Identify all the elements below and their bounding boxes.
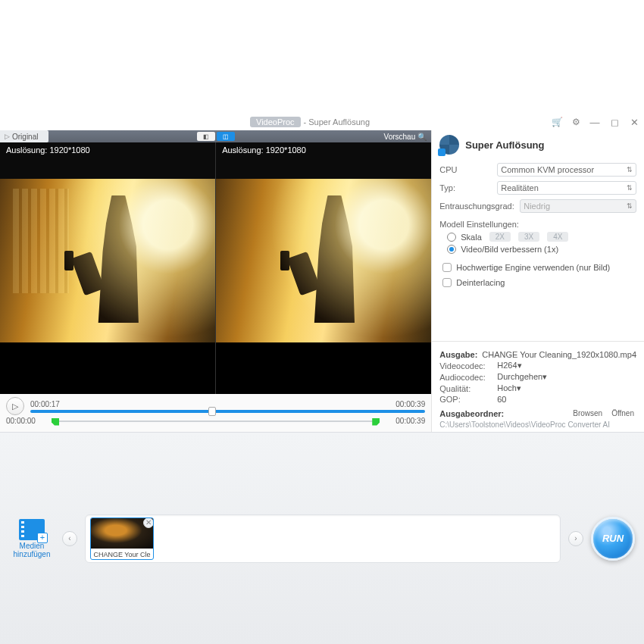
scale-2x-button[interactable]: 2X xyxy=(489,232,511,242)
app-subtitle: - Super Auflösung xyxy=(304,117,370,127)
duration-time: 00:00:39 xyxy=(395,400,425,408)
checkbox-hq-engine[interactable] xyxy=(442,263,452,272)
right-resolution-label: Auslösung: 1920*1080 xyxy=(222,145,306,155)
tab-original[interactable]: Original xyxy=(0,130,48,142)
layout-single-icon[interactable]: ◧ xyxy=(197,132,215,141)
cpu-combo[interactable]: Common KVM processor⇅ xyxy=(497,163,636,177)
top-whitespace xyxy=(0,0,644,114)
checkbox-deinterlacing-label: Deinterlacing xyxy=(456,278,505,287)
type-label: Typ: xyxy=(439,183,492,192)
title-bar: VideoProc - Super Auflösung 🛒 ⚙ — ◻ ✕ xyxy=(0,114,644,130)
progress-knob[interactable] xyxy=(208,407,216,416)
chevron-updown-icon: ⇅ xyxy=(627,166,633,174)
settings-panel: Super Auflösung CPU Common KVM processor… xyxy=(431,130,644,432)
output-folder-path: C:\Users\Toolstone\Videos\VideoProc Conv… xyxy=(439,420,636,429)
maximize-button[interactable]: ◻ xyxy=(609,117,620,128)
output-label: Ausgabe: xyxy=(439,350,477,359)
close-button[interactable]: ✕ xyxy=(629,117,639,128)
panel-title: Super Auflösung xyxy=(465,139,544,151)
trim-start-handle[interactable] xyxy=(52,418,59,426)
checkbox-hq-engine-label: Hochwertige Engine verwenden (nur Bild) xyxy=(456,263,610,272)
radio-enhance[interactable] xyxy=(447,245,456,254)
quality-label: Qualität: xyxy=(439,384,492,393)
audiocodec-label: Audiocodec: xyxy=(439,373,492,382)
radio-scale-label: Skala xyxy=(461,233,482,242)
range-end-time: 00:00:39 xyxy=(386,417,425,425)
gop-input[interactable]: 60 xyxy=(497,395,506,404)
radio-enhance-label: Video/Bild verbessern (1x) xyxy=(461,245,558,254)
playhead-time: 00:00:17 xyxy=(30,400,60,408)
scale-4x-button[interactable]: 4X xyxy=(547,232,568,242)
left-resolution-label: Auslösung: 1920*1080 xyxy=(6,145,90,155)
cpu-label: CPU xyxy=(439,165,492,174)
minimize-button[interactable]: — xyxy=(589,117,600,128)
audiocodec-combo[interactable]: Durchgehen▾ xyxy=(497,372,547,382)
preview-toolbar: Original ◧ ◫ Vorschau🔍 xyxy=(0,130,431,142)
gop-label: GOP: xyxy=(439,395,492,404)
radio-scale[interactable] xyxy=(447,233,456,242)
output-folder-label: Ausgabeordner: xyxy=(439,409,504,418)
chevron-updown-icon: ⇅ xyxy=(627,202,633,210)
thumb-remove-icon[interactable]: ✕ xyxy=(143,517,154,528)
transport-bar: ▷ 00:00:17 00:00:39 00:00:00 xyxy=(0,394,431,432)
footer-bar: Medien hinzufügen ‹ ✕ CHANGE Your Cle › … xyxy=(0,432,644,644)
videocodec-combo[interactable]: H264▾ xyxy=(497,361,521,370)
output-filename: CHANGE Your Cleaning_1920x1080.mp4 xyxy=(482,350,636,359)
add-media-button[interactable]: Medien hinzufügen xyxy=(9,519,55,558)
video-compare: Auslösung: 1920*1080 Auslösung: 1920*108… xyxy=(0,142,431,394)
scale-3x-button[interactable]: 3X xyxy=(518,232,539,242)
preview-pane-right: Auslösung: 1920*1080 xyxy=(216,142,431,394)
media-carousel: ✕ CHANGE Your Cle xyxy=(85,514,561,563)
trim-end-handle[interactable] xyxy=(372,418,380,426)
media-thumb[interactable]: ✕ CHANGE Your Cle xyxy=(90,517,154,560)
play-button[interactable]: ▷ xyxy=(6,397,24,415)
range-start-time: 00:00:00 xyxy=(6,417,45,425)
denoise-combo[interactable]: Niedrig⇅ xyxy=(520,199,636,213)
carousel-prev-button[interactable]: ‹ xyxy=(62,531,77,546)
app-name: VideoProc xyxy=(250,117,301,127)
thumb-label: CHANGE Your Cle xyxy=(91,549,153,560)
add-media-icon xyxy=(19,519,45,540)
carousel-next-button[interactable]: › xyxy=(568,531,583,546)
quality-combo[interactable]: Hoch▾ xyxy=(497,383,521,393)
tab-preview[interactable]: Vorschau🔍 xyxy=(384,133,432,141)
progress-bar[interactable] xyxy=(30,410,425,413)
cart-icon[interactable]: 🛒 xyxy=(552,117,563,127)
model-settings-label: Modell Einstellungen: xyxy=(432,215,644,230)
run-button[interactable]: RUN xyxy=(591,517,635,561)
preview-pane-left: Auslösung: 1920*1080 xyxy=(0,142,216,394)
browse-button[interactable]: Browsen xyxy=(571,408,605,418)
checkbox-deinterlacing[interactable] xyxy=(442,278,452,287)
chevron-down-icon: ▾ xyxy=(517,383,521,392)
chevron-updown-icon: ⇅ xyxy=(627,184,633,192)
super-resolution-icon xyxy=(439,135,459,155)
trim-range[interactable] xyxy=(52,418,380,424)
layout-split-icon[interactable]: ◫ xyxy=(217,132,235,141)
chevron-down-icon: ▾ xyxy=(517,361,522,370)
settings-gear-icon[interactable]: ⚙ xyxy=(572,117,580,127)
magnifier-icon: 🔍 xyxy=(417,133,427,141)
videocodec-label: Videocodec: xyxy=(439,361,492,370)
chevron-down-icon: ▾ xyxy=(542,372,547,381)
type-combo[interactable]: Realitäten⇅ xyxy=(497,181,636,195)
denoise-label: Entrauschungsgrad: xyxy=(439,202,515,211)
open-folder-button[interactable]: Öffnen xyxy=(609,408,636,418)
